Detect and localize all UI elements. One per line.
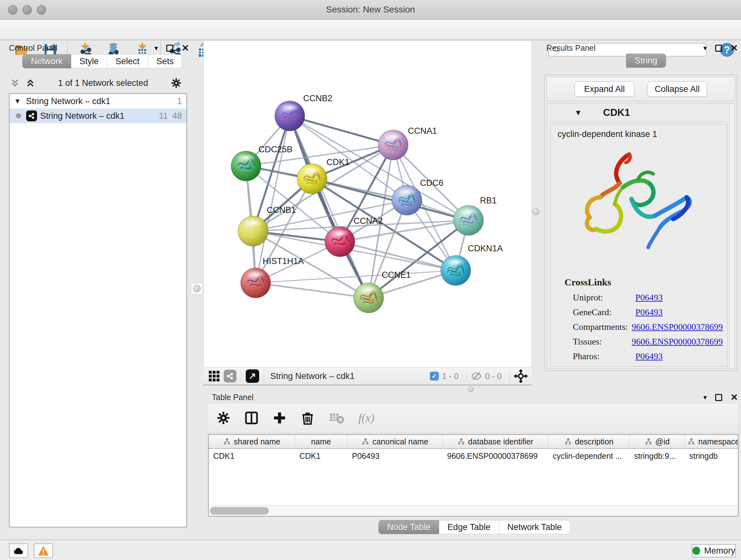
memory-button[interactable]: Memory (692, 544, 736, 557)
network-node[interactable] (354, 283, 384, 313)
network-label: String Network – cdk1 (40, 111, 125, 121)
pan-crosshair-icon[interactable] (514, 369, 528, 383)
gear-icon[interactable] (171, 77, 182, 89)
tab-string[interactable]: String (626, 54, 666, 68)
network-node-label: CCNA1 (408, 126, 437, 136)
collapse-panel-icon[interactable]: ▾ (154, 44, 158, 52)
crosslink-label: Uniprot: (573, 293, 635, 303)
network-collection-row[interactable]: ▼ String Network – cdk1 1 (10, 94, 186, 109)
column-header-description[interactable]: description (548, 435, 630, 448)
left-splitter-handle[interactable] (191, 283, 203, 294)
network-edge[interactable] (290, 116, 393, 145)
crosslink-link[interactable]: 9606.ENSP00000378699 (632, 322, 723, 332)
close-panel-icon[interactable]: ✕ (731, 43, 738, 53)
network-node[interactable] (275, 101, 305, 131)
crosslink-row: GeneCard:P06493 (573, 305, 723, 320)
float-panel-icon[interactable] (166, 45, 173, 52)
collapse-all-button[interactable]: Collapse All (647, 81, 707, 97)
tab-network-table[interactable]: Network Table (499, 520, 570, 534)
tab-network[interactable]: Network (22, 54, 71, 68)
network-canvas[interactable]: CCNB2CCNA1CDC25BCDK1CDC6RB1CCNB1CCNA2CDK… (203, 41, 532, 367)
network-node-label: CDKN1A (468, 244, 503, 253)
expand-all-button[interactable]: Expand All (575, 81, 634, 97)
network-share-icon[interactable] (224, 370, 237, 382)
network-type-icon (26, 111, 37, 121)
table-panel-controls: ▾ ✕ (703, 392, 738, 402)
close-panel-icon[interactable]: ✕ (182, 43, 189, 53)
column-header-namespace[interactable]: namespace (685, 435, 738, 448)
collapse-panel-icon[interactable]: ▾ (703, 44, 707, 52)
network-node[interactable] (297, 164, 327, 194)
add-column-icon[interactable] (272, 411, 287, 425)
table-horizontal-scrollbar[interactable] (209, 505, 738, 516)
status-bar: Memory (0, 540, 741, 560)
column-header--id[interactable]: @id (630, 435, 685, 448)
network-node[interactable] (441, 255, 471, 286)
table-cell: CDK1 (209, 449, 295, 463)
expand-all-icon[interactable] (25, 78, 36, 88)
column-header-canonical-name[interactable]: canonical name (347, 435, 443, 448)
tab-edge-table[interactable]: Edge Table (439, 520, 499, 534)
results-gene-section: ▼ CDK1 cyclin-dependent kinase 1 (547, 103, 735, 369)
bottom-splitter-handle[interactable] (468, 386, 474, 392)
right-splitter-handle[interactable] (532, 208, 539, 215)
table-settings-gear-icon[interactable] (216, 411, 231, 425)
crosslink-row: Tissues:9606.ENSP00000378699 (573, 334, 723, 349)
network-node[interactable] (378, 130, 408, 160)
results-panel-tabs: String (626, 54, 666, 68)
network-node[interactable] (392, 185, 422, 215)
warning-status-button[interactable] (34, 543, 53, 558)
network-node-label: RB1 (480, 196, 497, 205)
scrollbar-thumb[interactable] (210, 507, 269, 515)
collection-expand-icon[interactable]: ▼ (14, 97, 21, 105)
tab-select[interactable]: Select (107, 54, 148, 68)
float-panel-icon[interactable] (715, 45, 722, 52)
column-type-icon (223, 438, 231, 445)
grid-view-icon[interactable] (208, 370, 220, 382)
window-title: Session: New Session (0, 4, 741, 15)
crosslink-link[interactable]: P06493 (635, 351, 663, 361)
column-header-name[interactable]: name (295, 435, 347, 448)
hidden-eye-slash-icon (471, 371, 482, 381)
network-node[interactable] (241, 268, 271, 298)
network-node[interactable] (238, 216, 268, 246)
open-in-new-icon[interactable] (246, 369, 259, 383)
section-expand-icon[interactable]: ▼ (575, 108, 582, 117)
delete-column-trash-icon[interactable] (300, 411, 315, 425)
network-edge[interactable] (253, 200, 407, 231)
network-node[interactable] (231, 151, 261, 181)
control-panel-controls: ▾ ✕ (154, 43, 189, 53)
crosslink-link[interactable]: P06493 (635, 307, 663, 317)
network-edge[interactable] (256, 283, 368, 298)
gene-description: cyclin-dependent kinase 1 (557, 129, 727, 139)
crosslink-row: Uniprot:P06493 (573, 290, 723, 305)
table-row[interactable]: CDK1CDK1P064939606.ENSP00000378699cyclin… (209, 449, 738, 463)
tab-node-table[interactable]: Node Table (379, 520, 439, 534)
network-node[interactable] (454, 205, 483, 235)
column-type-icon (687, 438, 695, 445)
function-builder-icon[interactable]: f(x) (358, 411, 374, 425)
tab-sets[interactable]: Sets (148, 54, 182, 68)
tab-style[interactable]: Style (71, 54, 107, 68)
crosslink-link[interactable]: P06493 (635, 293, 663, 303)
gene-section-header[interactable]: ▼ CDK1 (547, 104, 735, 122)
collection-label: String Network – cdk1 (26, 97, 111, 106)
network-node[interactable] (325, 227, 355, 257)
results-scrollbar[interactable] (730, 104, 734, 368)
delete-table-icon[interactable] (328, 411, 345, 425)
table-type-tabs: Node Table Edge Table Network Table (379, 520, 570, 534)
network-node-label: HIST1H1A (263, 256, 304, 266)
network-graph[interactable]: CCNB2CCNA1CDC25BCDK1CDC6RB1CCNB1CCNA2CDK… (204, 41, 532, 367)
column-header-database-identifier[interactable]: database identifier (443, 435, 548, 448)
collapse-panel-icon[interactable]: ▾ (703, 393, 707, 401)
close-panel-icon[interactable]: ✕ (731, 392, 738, 402)
column-header-shared-name[interactable]: shared name (209, 435, 295, 448)
network-row[interactable]: String Network – cdk1 11 48 (10, 109, 186, 123)
cloud-status-button[interactable] (9, 543, 28, 558)
network-edge-count: 48 (172, 111, 182, 121)
collapse-all-icon[interactable] (10, 78, 20, 88)
crosslink-link[interactable]: 9606.ENSP00000378699 (632, 336, 723, 347)
show-columns-icon[interactable] (244, 411, 259, 425)
float-panel-icon[interactable] (715, 394, 722, 401)
selected-checkbox[interactable]: ✓ (430, 372, 439, 381)
